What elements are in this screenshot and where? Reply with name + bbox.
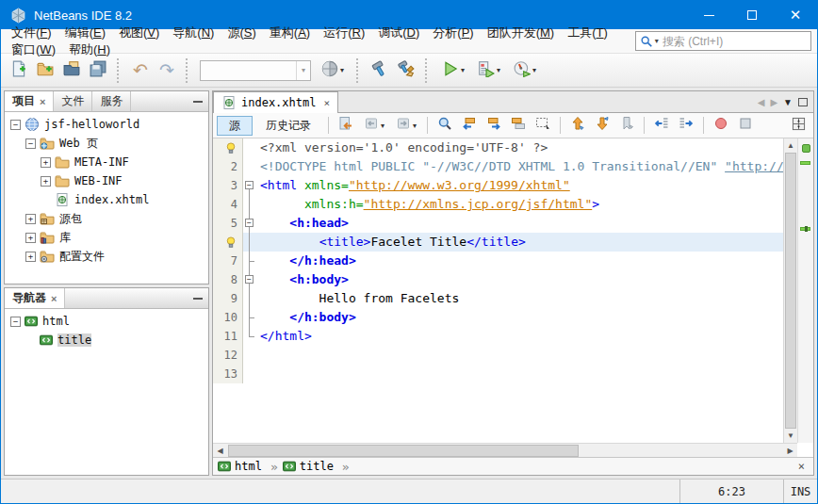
vertical-scrollbar[interactable]: ▲ ▼ bbox=[783, 138, 797, 443]
search-input[interactable] bbox=[663, 33, 810, 49]
editor-toggle-occ-button[interactable] bbox=[507, 115, 530, 136]
maximize-editor-icon[interactable] bbox=[798, 98, 808, 106]
minimize-button[interactable] bbox=[687, 1, 730, 29]
toolbar-run-button[interactable]: ▾ bbox=[435, 57, 471, 84]
code-line-11[interactable]: 11</html> bbox=[213, 327, 783, 346]
breadcrumb-item-html[interactable]: html bbox=[218, 460, 262, 473]
editor-nav-forward-button[interactable]: ▾ bbox=[391, 115, 421, 136]
horizontal-scroll-thumb[interactable] bbox=[228, 445, 579, 457]
navigator-item-title[interactable]: −title bbox=[5, 331, 208, 350]
expand-icon[interactable]: + bbox=[41, 157, 51, 168]
toolbar-debug-button[interactable]: ▾ bbox=[471, 57, 507, 84]
menu-item-s[interactable]: 源(S) bbox=[221, 23, 262, 42]
tab-index-xhtml[interactable]: index.xhtml × bbox=[213, 91, 338, 113]
vertical-scroll-thumb[interactable] bbox=[785, 153, 796, 429]
scroll-right-icon[interactable]: ▶ bbox=[783, 447, 797, 455]
menu-item-v[interactable]: 视图(V) bbox=[112, 23, 166, 42]
tab-close-icon[interactable]: × bbox=[323, 97, 330, 109]
expand-icon[interactable]: + bbox=[25, 252, 36, 262]
code-line-4[interactable]: 4 xmlns:h="http://xmlns.jcp.org/jsf/html… bbox=[213, 195, 783, 214]
collapse-icon[interactable]: − bbox=[10, 317, 21, 327]
editor-rect-select-button[interactable] bbox=[532, 115, 554, 136]
code-line-1[interactable]: <?xml version='1.0' encoding='UTF-8' ?> bbox=[213, 138, 783, 157]
nav-back-dropdown-icon[interactable]: ▾ bbox=[381, 122, 384, 130]
globe-dropdown-icon[interactable]: ▾ bbox=[340, 66, 344, 74]
view-button-source[interactable]: 源 bbox=[217, 116, 253, 136]
panel-tab-close-icon[interactable]: × bbox=[40, 96, 45, 107]
collapse-icon[interactable]: − bbox=[10, 120, 21, 130]
tab-list-dropdown-icon[interactable]: ▼ bbox=[783, 97, 793, 107]
menu-item-p[interactable]: 分析(P) bbox=[426, 23, 480, 42]
code-editor[interactable]: <?xml version='1.0' encoding='UTF-8' ?>2… bbox=[213, 138, 783, 443]
code-line-9[interactable]: 9 Hello from Facelets bbox=[213, 289, 783, 308]
toolbar-build-button[interactable] bbox=[367, 57, 393, 84]
toolbar-undo-button[interactable]: ↶ bbox=[127, 57, 154, 84]
editor-next-occ-button[interactable] bbox=[483, 115, 505, 136]
menu-item-n[interactable]: 导航(N) bbox=[166, 23, 221, 42]
project-item-源包[interactable]: +源包 bbox=[5, 209, 208, 228]
menu-item-r[interactable]: 运行(R) bbox=[317, 23, 371, 42]
code-line-12[interactable]: 12 bbox=[213, 346, 783, 365]
configuration-combobox[interactable]: ▾ bbox=[200, 60, 311, 81]
scroll-tabs-left-icon[interactable]: ◀ bbox=[758, 97, 765, 107]
expand-icon[interactable]: + bbox=[25, 233, 36, 243]
scroll-up-icon[interactable]: ▲ bbox=[784, 138, 797, 153]
code-line-13[interactable]: 13 bbox=[213, 365, 783, 383]
navigator-minimize-button[interactable] bbox=[188, 288, 208, 308]
editor-bm-toggle-button[interactable] bbox=[615, 115, 638, 136]
editor-nav-back-button[interactable]: ▾ bbox=[359, 115, 389, 136]
scroll-down-icon[interactable]: ▼ bbox=[784, 429, 797, 443]
project-item-meta-inf[interactable]: +META-INF bbox=[5, 153, 208, 171]
toolbar-new-project-button[interactable] bbox=[32, 57, 58, 84]
editor-last-edit-button[interactable] bbox=[335, 115, 357, 136]
expand-icon[interactable]: + bbox=[41, 176, 51, 187]
toolbar-profile-button[interactable]: ▾ bbox=[507, 57, 543, 84]
code-line-5[interactable]: 5− <h:head> bbox=[213, 214, 783, 233]
fold-column[interactable]: − bbox=[243, 270, 256, 289]
editor-splitter-button[interactable] bbox=[787, 115, 810, 136]
quick-search-box[interactable]: ▾ bbox=[635, 31, 811, 51]
editor-shift-right-button[interactable] bbox=[675, 115, 697, 136]
combobox-caret-icon[interactable]: ▾ bbox=[296, 61, 310, 80]
toolbar-save-all-button[interactable] bbox=[85, 57, 111, 84]
menu-item-m[interactable]: 团队开发(M) bbox=[481, 23, 562, 42]
code-line-10[interactable]: 10 </h:body> bbox=[213, 308, 783, 327]
close-button[interactable]: ✕ bbox=[774, 1, 817, 29]
project-item-库[interactable]: +库 bbox=[5, 228, 208, 247]
horizontal-scrollbar[interactable]: ◀ ▶ bbox=[213, 443, 797, 457]
breadcrumb-close-icon[interactable]: × bbox=[794, 460, 809, 473]
project-item-web-页[interactable]: −Web 页 bbox=[5, 134, 208, 153]
fold-column[interactable]: − bbox=[243, 214, 256, 233]
toolbar-open-project-button[interactable] bbox=[58, 57, 85, 84]
toolbar-clean-build-button[interactable] bbox=[393, 57, 419, 84]
debug-dropdown-icon[interactable]: ▾ bbox=[497, 66, 500, 74]
menu-item-a[interactable]: 重构(A) bbox=[263, 23, 317, 42]
editor-shift-left-button[interactable] bbox=[650, 115, 673, 136]
hint-mark[interactable] bbox=[800, 227, 810, 231]
navigator-item-html[interactable]: −html bbox=[5, 312, 208, 331]
tab-服务[interactable]: 服务 bbox=[92, 91, 131, 111]
hint-mark[interactable] bbox=[800, 161, 810, 165]
code-line-6[interactable]: <title>Facelet Title</title> bbox=[213, 233, 783, 252]
breadcrumb-item-title[interactable]: title bbox=[283, 460, 334, 473]
project-item-web-inf[interactable]: +WEB-INF bbox=[5, 171, 208, 190]
run-dropdown-icon[interactable]: ▾ bbox=[461, 66, 465, 74]
project-item-jsf-helloworld[interactable]: −jsf-helloworld bbox=[5, 115, 208, 134]
scroll-left-icon[interactable]: ◀ bbox=[213, 447, 227, 455]
project-item-配置文件[interactable]: +配置文件 bbox=[5, 247, 208, 266]
toolbar-redo-button[interactable]: ↷ bbox=[154, 57, 180, 84]
editor-prev-occ-button[interactable] bbox=[458, 115, 481, 136]
code-line-7[interactable]: 7 </h:head> bbox=[213, 252, 783, 270]
search-scope-caret-icon[interactable]: ▾ bbox=[655, 37, 659, 45]
nav-forward-dropdown-icon[interactable]: ▾ bbox=[413, 122, 417, 130]
code-line-8[interactable]: 8− <h:body> bbox=[213, 270, 783, 289]
toolbar-new-file-button[interactable] bbox=[6, 57, 32, 84]
fold-column[interactable]: − bbox=[243, 176, 256, 195]
editor-bm-next-button[interactable] bbox=[566, 115, 589, 136]
navigator-close-icon[interactable]: × bbox=[51, 293, 57, 304]
view-button-history[interactable]: 历史记录 bbox=[254, 116, 322, 136]
tab-项目[interactable]: 项目× bbox=[5, 91, 54, 111]
editor-find-button[interactable] bbox=[434, 115, 456, 136]
maximize-button[interactable] bbox=[730, 1, 774, 29]
editor-bm-prev-button[interactable] bbox=[591, 115, 614, 136]
